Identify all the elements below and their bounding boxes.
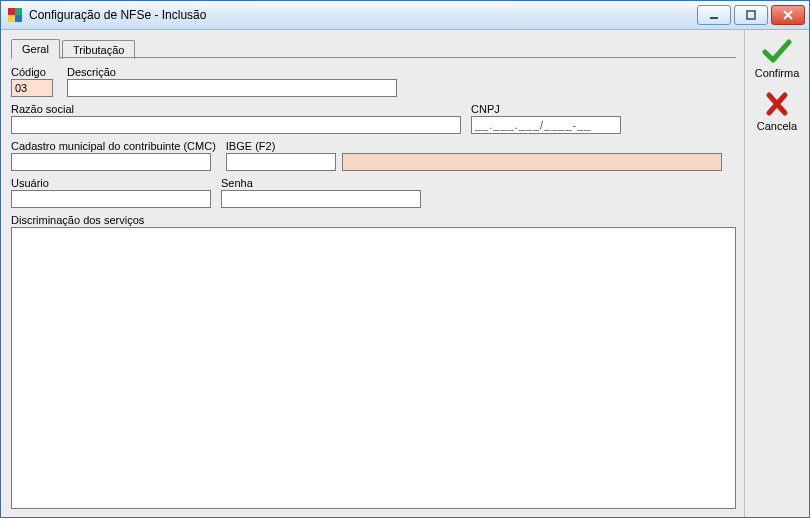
minimize-button[interactable] [697, 5, 731, 25]
confirm-label: Confirma [755, 67, 800, 79]
app-icon [7, 7, 23, 23]
input-cnpj[interactable] [471, 116, 621, 134]
input-ibge[interactable] [226, 153, 336, 171]
input-usuario[interactable] [11, 190, 211, 208]
side-bar: Confirma Cancela [744, 30, 809, 517]
svg-rect-1 [15, 8, 22, 15]
input-razao[interactable] [11, 116, 461, 134]
tab-geral[interactable]: Geral [11, 39, 60, 59]
window-buttons [697, 5, 805, 25]
main-panel: Geral Tributação Código Descrição [1, 30, 744, 517]
window: Configuração de NFSe - Inclusão Geral Tr… [0, 0, 810, 518]
svg-rect-2 [8, 15, 15, 22]
cancel-button[interactable]: Cancela [757, 91, 797, 132]
close-button[interactable] [771, 5, 805, 25]
input-cmc[interactable] [11, 153, 211, 171]
svg-rect-5 [747, 11, 755, 19]
cancel-icon [764, 91, 790, 119]
input-ibge-desc[interactable] [342, 153, 722, 171]
label-senha: Senha [221, 177, 421, 189]
check-icon [762, 38, 792, 66]
label-discriminacao: Discriminação dos serviços [11, 214, 736, 226]
label-usuario: Usuário [11, 177, 211, 189]
label-codigo: Código [11, 66, 57, 78]
confirm-button[interactable]: Confirma [755, 38, 800, 79]
maximize-button[interactable] [734, 5, 768, 25]
svg-rect-0 [8, 8, 15, 15]
input-descricao[interactable] [67, 79, 397, 97]
input-senha[interactable] [221, 190, 421, 208]
label-cmc: Cadastro municipal do contribuinte (CMC) [11, 140, 216, 152]
tab-panel-geral: Código Descrição Razão social CNPJ [11, 58, 736, 509]
label-razao: Razão social [11, 103, 461, 115]
label-cnpj: CNPJ [471, 103, 621, 115]
label-ibge: IBGE (F2) [226, 140, 722, 152]
client-area: Geral Tributação Código Descrição [1, 30, 809, 517]
textarea-discriminacao[interactable] [11, 227, 736, 509]
tab-strip: Geral Tributação [11, 36, 736, 58]
label-descricao: Descrição [67, 66, 397, 78]
svg-rect-3 [15, 15, 22, 22]
titlebar: Configuração de NFSe - Inclusão [1, 1, 809, 30]
svg-rect-4 [710, 17, 718, 19]
window-title: Configuração de NFSe - Inclusão [29, 8, 697, 22]
input-codigo[interactable] [11, 79, 53, 97]
cancel-label: Cancela [757, 120, 797, 132]
tab-tributacao[interactable]: Tributação [62, 40, 136, 59]
